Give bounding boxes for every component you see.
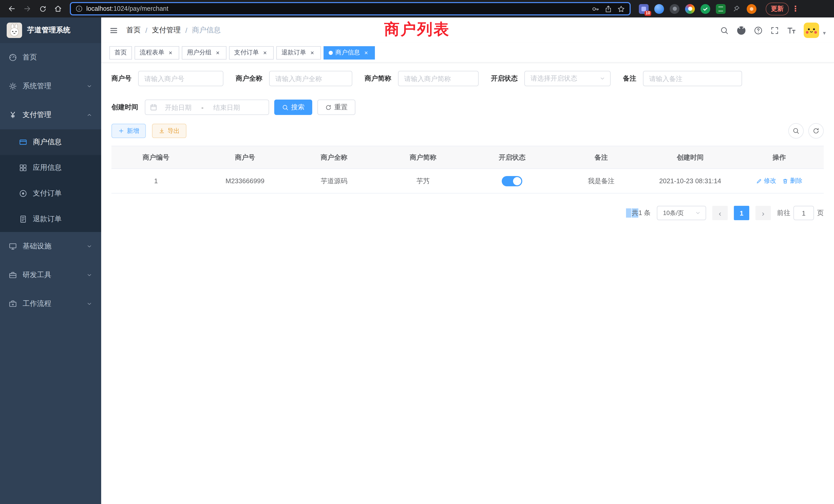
url-bar[interactable]: localhost:1024/pay/merchant xyxy=(70,2,631,16)
extension-badge: 10 xyxy=(644,10,651,16)
sidebar-item-refund-order[interactable]: 退款订单 xyxy=(0,206,101,232)
sidebar-item-workflow[interactable]: 工作流程 xyxy=(0,290,101,318)
breadcrumb-home[interactable]: 首页 xyxy=(126,26,141,35)
extension-sheet-icon[interactable] xyxy=(716,4,726,14)
col-header: 备注 xyxy=(557,153,646,162)
page-number-button[interactable]: 1 xyxy=(734,206,749,220)
cell-remark: 我是备注 xyxy=(557,176,646,186)
extension-devtools-icon[interactable]: 10 xyxy=(639,4,649,14)
password-key-icon[interactable] xyxy=(592,5,599,13)
tab-home[interactable]: 首页 xyxy=(109,46,132,59)
breadcrumb-payment[interactable]: 支付管理 xyxy=(152,26,181,35)
reset-button[interactable]: 重置 xyxy=(317,99,355,115)
sidebar-item-label: 退款订单 xyxy=(33,214,62,224)
status-select[interactable]: 请选择开启状态 xyxy=(524,71,611,86)
help-icon[interactable] xyxy=(754,26,763,35)
share-icon[interactable] xyxy=(605,5,612,13)
sidebar-item-merchant-info[interactable]: 商户信息 xyxy=(0,129,101,155)
tab-close-icon[interactable]: × xyxy=(214,49,221,56)
remark-input[interactable] xyxy=(643,71,742,86)
extension-pin-icon[interactable] xyxy=(731,4,741,14)
export-button[interactable]: 导出 xyxy=(152,124,186,138)
top-navbar: 首页 / 支付管理 / 商户信息 xyxy=(101,18,834,43)
tab-user-group[interactable]: 用户分组 × xyxy=(182,46,226,59)
app-logo[interactable]: 芋道管理系统 xyxy=(0,18,101,43)
sidebar-item-home[interactable]: 首页 xyxy=(0,43,101,72)
chevron-down-icon xyxy=(86,83,92,89)
sidebar-item-app-info[interactable]: 应用信息 xyxy=(0,155,101,181)
payment-submenu: 商户信息 应用信息 支付订单 xyxy=(0,129,101,232)
sidebar-toggle-icon[interactable] xyxy=(109,26,118,35)
extension-drop-icon[interactable] xyxy=(654,4,664,14)
col-header: 开启状态 xyxy=(467,153,557,162)
user-avatar[interactable] xyxy=(804,23,819,38)
browser-home-icon[interactable] xyxy=(51,2,65,16)
browser-update-button[interactable]: 更新 xyxy=(766,2,789,15)
page-size-select[interactable]: 10条/页 xyxy=(657,206,706,220)
prev-page-button[interactable]: ‹ xyxy=(712,206,728,220)
sidebar-item-pay-order[interactable]: 支付订单 xyxy=(0,181,101,206)
merchant-full-name-input[interactable] xyxy=(269,71,352,86)
breadcrumb-separator: / xyxy=(185,26,188,35)
tab-pay-order[interactable]: 支付订单 × xyxy=(229,46,274,59)
sidebar-item-label: 商户信息 xyxy=(33,138,62,147)
table-header: 商户编号 商户号 商户全称 商户简称 开启状态 备注 创建时间 操作 xyxy=(111,146,824,169)
extension-profile-icon[interactable] xyxy=(747,4,756,14)
merchant-full-name-label: 商户全称 xyxy=(236,74,262,83)
search-icon[interactable] xyxy=(720,26,729,35)
col-header: 操作 xyxy=(734,153,824,162)
tab-close-icon[interactable]: × xyxy=(309,49,316,56)
edit-link[interactable]: 修改 xyxy=(756,177,776,185)
github-icon[interactable] xyxy=(737,25,746,35)
browser-toolbar: localhost:1024/pay/merchant 10 xyxy=(0,0,834,18)
goto-page-input[interactable] xyxy=(793,206,814,220)
extension-dark-icon[interactable] xyxy=(670,4,679,14)
delete-link[interactable]: 删除 xyxy=(783,177,803,185)
merchant-short-name-input[interactable] xyxy=(398,71,479,86)
font-size-icon[interactable] xyxy=(787,26,796,35)
tab-refund-order[interactable]: 退款订单 × xyxy=(276,46,321,59)
tab-process-form[interactable]: 流程表单 × xyxy=(135,46,179,59)
create-time-range-picker[interactable]: - xyxy=(145,99,269,115)
sidebar-item-infrastructure[interactable]: 基础设施 xyxy=(0,232,101,261)
extension-check-icon[interactable] xyxy=(701,4,710,14)
merchant-no-label: 商户号 xyxy=(111,74,131,83)
grid-icon xyxy=(19,164,27,172)
browser-reload-icon[interactable] xyxy=(36,2,49,16)
avatar-caret-icon[interactable]: ▾ xyxy=(823,30,826,37)
fullscreen-icon[interactable] xyxy=(771,26,779,35)
status-switch[interactable] xyxy=(502,176,522,186)
sidebar-item-dev-tools[interactable]: 研发工具 xyxy=(0,261,101,290)
cell-full-name: 芋道源码 xyxy=(290,176,379,186)
tab-merchant-info[interactable]: 商户信息 × xyxy=(324,46,375,59)
tab-close-icon[interactable]: × xyxy=(167,49,174,56)
site-info-icon[interactable] xyxy=(75,5,83,12)
breadcrumb-current: 商户信息 xyxy=(192,26,221,35)
start-date-input[interactable] xyxy=(159,104,197,111)
merchant-no-input[interactable] xyxy=(138,71,223,86)
search-button[interactable]: 搜索 xyxy=(274,99,312,115)
sidebar-item-system[interactable]: 系统管理 xyxy=(0,72,101,100)
end-date-input[interactable] xyxy=(208,104,246,111)
sidebar-item-payment[interactable]: 支付管理 xyxy=(0,100,101,129)
sidebar-item-label: 基础设施 xyxy=(23,242,51,251)
url-text: localhost:1024/pay/merchant xyxy=(86,5,588,12)
sidebar: 芋道管理系统 首页 系统管理 xyxy=(0,18,101,504)
bookmark-star-icon[interactable] xyxy=(617,5,625,13)
sidebar-item-label: 工作流程 xyxy=(23,299,51,308)
merchant-table: 商户编号 商户号 商户全称 商户简称 开启状态 备注 创建时间 操作 1 M23… xyxy=(111,146,824,193)
browser-forward-icon[interactable] xyxy=(21,2,34,16)
tab-close-icon[interactable]: × xyxy=(363,49,370,56)
add-button[interactable]: 新增 xyxy=(111,124,146,138)
refresh-table-button[interactable] xyxy=(808,123,824,139)
extension-colorful-icon[interactable] xyxy=(685,4,695,14)
browser-back-icon[interactable] xyxy=(5,2,19,16)
browser-menu-icon[interactable]: ⋮ xyxy=(791,4,800,13)
date-range-separator: - xyxy=(199,104,206,111)
next-page-button[interactable]: › xyxy=(755,206,771,220)
col-header: 商户简称 xyxy=(378,153,467,162)
status-label: 开启状态 xyxy=(491,74,518,83)
app-title: 芋道管理系统 xyxy=(27,26,70,35)
toggle-search-button[interactable] xyxy=(788,123,804,139)
tab-close-icon[interactable]: × xyxy=(261,49,269,56)
